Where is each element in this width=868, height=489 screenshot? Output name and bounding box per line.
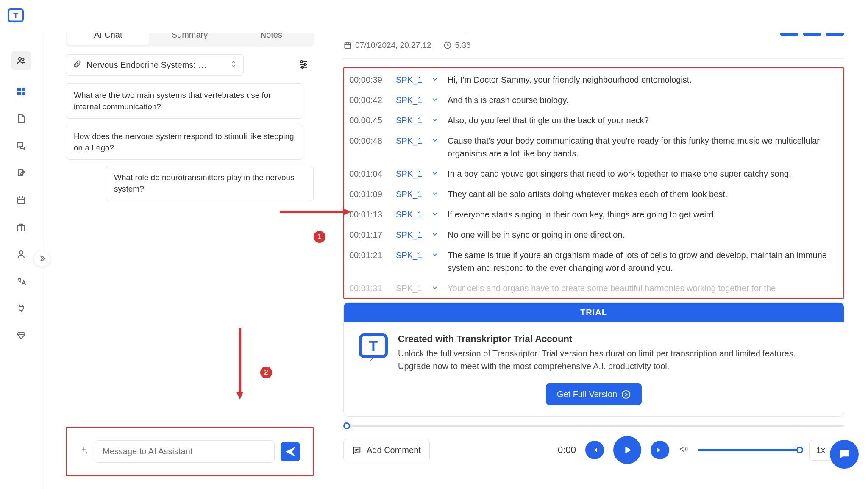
- sidebar-item-people[interactable]: [11, 51, 31, 70]
- svg-text:T: T: [13, 11, 18, 19]
- transcript-row[interactable]: 00:01:13SPK_1If everyone starts singing …: [349, 208, 838, 221]
- speaker-label[interactable]: SPK_1: [396, 134, 424, 147]
- transcript-row[interactable]: 00:01:31SPK_1Your cells and organs have …: [349, 282, 838, 295]
- send-button[interactable]: [281, 442, 300, 461]
- timestamp: 00:01:13: [349, 208, 388, 221]
- svg-rect-6: [17, 92, 21, 95]
- get-full-version-button[interactable]: Get Full Version: [546, 383, 642, 405]
- speaker-label[interactable]: SPK_1: [396, 73, 424, 86]
- speaker-label[interactable]: SPK_1: [396, 228, 424, 241]
- transcript-text: No one will be in sync or going in one d…: [448, 228, 838, 241]
- add-comment-button[interactable]: Add Comment: [343, 439, 430, 461]
- svg-text:T: T: [369, 338, 378, 354]
- chevron-down-icon[interactable]: [431, 208, 440, 221]
- svg-rect-8: [18, 197, 25, 204]
- skip-back-button[interactable]: [585, 441, 604, 459]
- meta-date: 07/10/2024, 20:27:12: [343, 41, 431, 50]
- chevron-down-icon[interactable]: [431, 73, 440, 86]
- meta-duration: 5:36: [443, 41, 471, 50]
- chevron-down-icon[interactable]: [431, 134, 440, 147]
- suggestion-item[interactable]: What role do neurotransmitters play in t…: [106, 166, 314, 201]
- svg-rect-5: [22, 88, 25, 91]
- transcript-text: Also, do you feel that tingle on the bac…: [448, 114, 838, 127]
- transcript-text: In a boy band youve got singers that nee…: [448, 167, 838, 180]
- chevron-down-icon[interactable]: [431, 282, 440, 295]
- progress-bar[interactable]: [343, 424, 844, 428]
- paperclip-icon: [73, 60, 81, 70]
- chevron-down-icon[interactable]: [431, 249, 440, 261]
- transcript-row[interactable]: 00:01:09SPK_1They cant all be solo artis…: [349, 188, 838, 200]
- transcript-row[interactable]: 00:01:21SPK_1The same is true if youre a…: [349, 249, 838, 274]
- skip-forward-button[interactable]: [651, 441, 669, 459]
- settings-button[interactable]: [293, 54, 314, 75]
- timestamp: 00:01:09: [349, 188, 388, 200]
- message-input-container: [66, 427, 314, 476]
- speaker-label[interactable]: SPK_1: [396, 282, 424, 295]
- app-logo: T: [8, 8, 24, 25]
- sidebar-item-gift[interactable]: [15, 221, 27, 233]
- svg-marker-17: [236, 392, 243, 400]
- transcript-row[interactable]: 00:01:17SPK_1No one will be in sync or g…: [349, 228, 838, 241]
- timestamp: 00:01:31: [349, 282, 388, 295]
- trial-banner-header: TRIAL: [344, 303, 844, 322]
- timestamp: 00:01:21: [349, 249, 388, 261]
- suggestion-list: What are the two main systems that verte…: [66, 83, 314, 201]
- transcript-row[interactable]: 00:00:39SPK_1Hi, I'm Doctor Sammy, your …: [349, 73, 838, 86]
- timestamp: 00:00:48: [349, 134, 388, 147]
- trial-title: Created with Transkriptor Trial Account: [398, 333, 829, 345]
- transcript-row[interactable]: 00:01:04SPK_1In a boy band youve got sin…: [349, 167, 838, 180]
- ai-chat-panel: AI Chat Summary Notes Nervous Endocrine …: [42, 0, 331, 489]
- file-selector[interactable]: Nervous Endocrine Systems: …: [66, 54, 244, 76]
- chevron-down-icon[interactable]: [431, 94, 440, 106]
- message-input[interactable]: [95, 440, 275, 463]
- speaker-label[interactable]: SPK_1: [396, 94, 424, 106]
- timestamp: 00:01:04: [349, 167, 388, 180]
- transcript-container: 00:00:39SPK_1Hi, I'm Doctor Sammy, your …: [343, 67, 844, 299]
- chevron-down-icon[interactable]: [431, 167, 440, 180]
- clock-icon: [443, 41, 452, 50]
- svg-point-3: [22, 58, 24, 61]
- transcript-panel: Nervous Endocrine Sy... 07/10/2024, 20:2…: [331, 0, 868, 489]
- annotation-badge-2: 2: [260, 367, 272, 378]
- sidebar-item-diamond[interactable]: [15, 330, 27, 342]
- comment-icon: [352, 445, 362, 455]
- transcript-row[interactable]: 00:00:45SPK_1Also, do you feel that ting…: [349, 114, 838, 127]
- speaker-label[interactable]: SPK_1: [396, 114, 424, 127]
- file-name: Nervous Endocrine Systems: …: [86, 60, 206, 70]
- suggestion-item[interactable]: What are the two main systems that verte…: [66, 83, 303, 119]
- transcript-row[interactable]: 00:00:48SPK_1Cause that's your body comm…: [349, 134, 838, 160]
- transcript-text: They cant all be solo artists doing what…: [448, 188, 838, 200]
- suggestion-item[interactable]: How does the nervous system respond to s…: [66, 125, 303, 160]
- speaker-label[interactable]: SPK_1: [396, 249, 424, 261]
- sidebar-item-translate[interactable]: [15, 275, 27, 287]
- chevron-down-icon[interactable]: [431, 228, 440, 241]
- svg-point-28: [622, 390, 630, 398]
- chevron-down-icon[interactable]: [431, 114, 440, 127]
- transcript-text: Cause that's your body communicating tha…: [448, 134, 838, 160]
- volume-slider[interactable]: [698, 449, 800, 451]
- sidebar-item-edit[interactable]: [15, 167, 27, 179]
- svg-rect-4: [17, 88, 21, 91]
- sidebar-item-grid[interactable]: [15, 86, 27, 97]
- sidebar-item-plug[interactable]: [15, 303, 27, 314]
- sidebar-item-calendar[interactable]: [15, 194, 27, 206]
- sidebar-item-chat[interactable]: [15, 140, 27, 152]
- timestamp: 00:01:17: [349, 228, 388, 241]
- chat-fab-button[interactable]: [830, 440, 859, 469]
- transcript-text: Your cells and organs have to create som…: [448, 282, 838, 295]
- timestamp: 00:00:45: [349, 114, 388, 127]
- transcript-text: The same is true if youre an organism ma…: [448, 249, 838, 274]
- sidebar-item-document[interactable]: [15, 113, 27, 125]
- speaker-label[interactable]: SPK_1: [396, 208, 424, 221]
- play-button[interactable]: [613, 436, 641, 464]
- transcript-row[interactable]: 00:00:42SPK_1And this is crash course bi…: [349, 94, 838, 106]
- svg-point-13: [302, 66, 303, 68]
- volume-icon[interactable]: [679, 444, 689, 456]
- sidebar-item-person[interactable]: [15, 248, 27, 260]
- chevron-down-icon[interactable]: [431, 188, 440, 200]
- current-time: 0:00: [558, 445, 576, 456]
- annotation-badge-1: 1: [314, 231, 326, 243]
- speaker-label[interactable]: SPK_1: [396, 167, 424, 180]
- speaker-label[interactable]: SPK_1: [396, 188, 424, 200]
- transcript-text: If everyone starts singing in their own …: [448, 208, 838, 221]
